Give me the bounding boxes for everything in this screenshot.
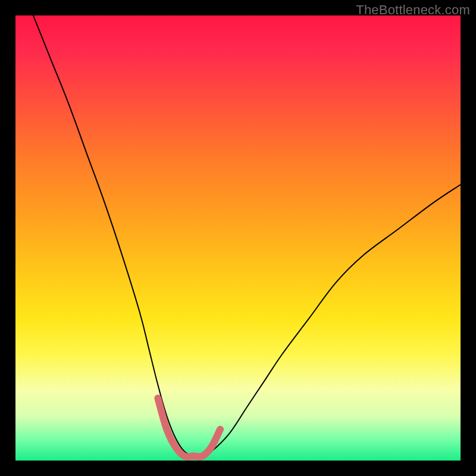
watermark-text: TheBottleneck.com [356, 2, 470, 18]
chart-svg [15, 15, 461, 461]
chart-plot-area [15, 15, 461, 461]
highlight-trough [158, 398, 220, 456]
bottleneck-curve [33, 15, 461, 457]
